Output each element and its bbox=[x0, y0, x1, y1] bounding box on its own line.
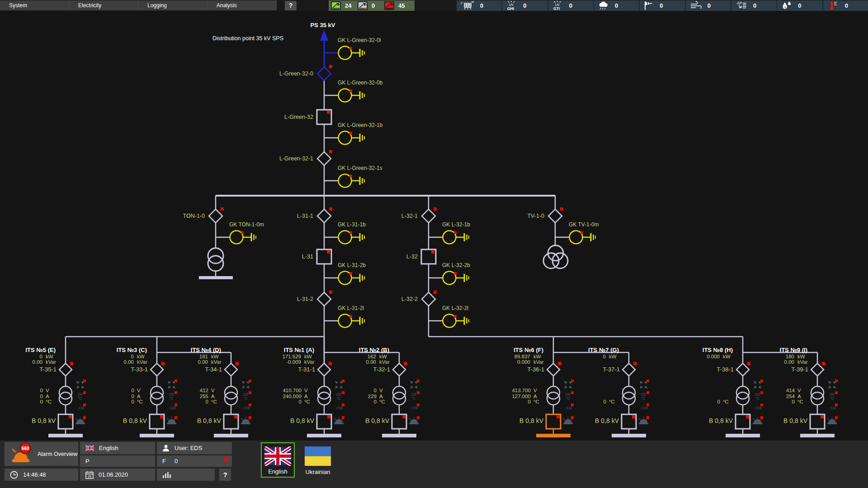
oil-temp-icon: °C bbox=[336, 396, 341, 401]
frequency-field[interactable]: F 0 bbox=[157, 455, 232, 467]
disconnector-T-32-1[interactable] bbox=[393, 363, 406, 376]
siren-icon bbox=[76, 419, 84, 423]
disconnector-T-36-1[interactable] bbox=[547, 363, 560, 376]
time-value: 14:46:48 bbox=[23, 471, 46, 478]
its-title: ITS №9 (I) bbox=[780, 347, 807, 353]
disconnector-label: L-Green-32-0 bbox=[279, 70, 313, 77]
oil-level-icon: ↓Oil bbox=[754, 405, 761, 410]
disconnector-T-34-1[interactable] bbox=[225, 363, 237, 376]
alarm-indicator bbox=[161, 362, 165, 365]
date-panel[interactable]: 28 01.06.2020 bbox=[80, 469, 155, 481]
alarm-indicator bbox=[83, 391, 86, 394]
disconnector-L-31-2[interactable] bbox=[317, 292, 331, 306]
air-pressure-icon: AP bbox=[736, 1, 747, 10]
temperature-unit: °C bbox=[533, 399, 539, 404]
current-value: 255 bbox=[200, 394, 208, 399]
fan-icon bbox=[81, 385, 84, 389]
help-button-bottom[interactable]: ? bbox=[219, 469, 231, 481]
uk-flag-icon bbox=[264, 446, 291, 466]
alarm-indicator bbox=[571, 404, 574, 406]
current-unit: A bbox=[211, 394, 215, 399]
menu-electricity[interactable]: Electricity bbox=[69, 0, 138, 10]
fan-icon bbox=[335, 385, 338, 389]
siren-icon bbox=[75, 418, 77, 420]
calendar-icon: 28 bbox=[85, 471, 94, 479]
lv-bus-bar bbox=[536, 434, 571, 437]
disconnector-L-Green-32-1[interactable] bbox=[317, 152, 331, 165]
alarm-overview-button[interactable]: 660 Alarm Overview bbox=[5, 442, 78, 466]
alarm-indicator bbox=[417, 416, 420, 419]
user-label: User: EDS bbox=[175, 445, 202, 451]
alarm-indicator bbox=[835, 391, 838, 394]
gk-label: GK L-31-2b bbox=[338, 262, 366, 268]
weather-value: 0 bbox=[708, 2, 711, 9]
disconnector-L-31-1[interactable] bbox=[317, 209, 331, 223]
disconnector-TV-1-0[interactable] bbox=[548, 209, 562, 223]
fan-icon bbox=[415, 385, 418, 389]
counter-devices-ok[interactable]: 24 bbox=[329, 1, 355, 10]
kvar-unit: kVar bbox=[137, 359, 147, 365]
substation-status-icon bbox=[358, 1, 368, 10]
gk-label: GK L-32-2b bbox=[442, 262, 470, 268]
counter-devices-alarm[interactable]: 45 bbox=[382, 1, 409, 10]
disconnector-L-Green-32-0[interactable] bbox=[317, 67, 331, 80]
disconnector-T-38-1[interactable] bbox=[736, 363, 749, 376]
menu-logging[interactable]: Logging bbox=[138, 0, 208, 10]
alarm-indicator bbox=[417, 404, 420, 406]
kvar-value: 0.00 bbox=[33, 359, 42, 365]
alarm-indicator bbox=[760, 380, 763, 382]
disconnector-T-39-1[interactable] bbox=[811, 363, 824, 376]
temperature-value: 0 bbox=[792, 399, 795, 404]
clock-panel: 14:46:48 bbox=[5, 469, 78, 481]
transformer-disconnector-label: T-36-1 bbox=[527, 366, 544, 373]
siren-icon bbox=[563, 423, 573, 424]
fan-icon bbox=[569, 385, 572, 389]
weather-value: 0 bbox=[569, 2, 572, 9]
gk-label: GK L-31-1b bbox=[338, 221, 366, 228]
gk-label: GK L-Green-32-0b bbox=[338, 80, 383, 86]
language-current-panel[interactable]: English bbox=[80, 442, 155, 454]
alarm-indicator bbox=[349, 315, 352, 318]
menu-system[interactable]: System bbox=[0, 0, 69, 10]
help-button[interactable]: ? bbox=[285, 1, 297, 10]
fan-icon bbox=[168, 381, 171, 384]
alarm-indicator bbox=[571, 416, 574, 419]
menu-analysis[interactable]: Analysis bbox=[208, 0, 277, 10]
kw-unit: kW bbox=[211, 354, 219, 359]
gk-label: GK L-32-2l bbox=[442, 305, 468, 311]
disconnector-TON-1-0[interactable] bbox=[209, 209, 222, 223]
alarm-indicator bbox=[402, 415, 406, 418]
transformer-disconnector-label: T-32-1 bbox=[373, 366, 390, 373]
alarm-indicator bbox=[349, 175, 352, 178]
disconnector-T-37-1[interactable] bbox=[623, 363, 635, 376]
temperature-unit: °C bbox=[304, 399, 310, 404]
its-title: ITS №5 (E) bbox=[26, 347, 56, 353]
disconnector-T-33-1[interactable] bbox=[151, 363, 163, 376]
alarm-indicator bbox=[417, 391, 420, 394]
alarm-indicator bbox=[329, 150, 332, 153]
wind-direction-icon bbox=[644, 1, 654, 10]
language-option-ukrainian[interactable]: Ukrainian bbox=[300, 442, 335, 478]
alarm-indicator bbox=[571, 380, 574, 382]
counter-devices-unknown[interactable]: 0 bbox=[355, 1, 382, 10]
disconnector-L-32-2[interactable] bbox=[422, 292, 435, 306]
disconnector-T-35-1[interactable] bbox=[59, 363, 72, 376]
voltage-unit: V bbox=[211, 388, 215, 393]
language-option-english[interactable]: English bbox=[261, 442, 295, 478]
kw-value: 0 bbox=[131, 354, 134, 359]
svg-text:AP: AP bbox=[737, 1, 742, 5]
p-field[interactable]: P bbox=[80, 455, 155, 467]
alarm-indicator bbox=[646, 380, 649, 382]
alarm-indicator bbox=[249, 404, 251, 406]
alarm-indicator bbox=[234, 415, 237, 418]
alarm-indicator bbox=[558, 362, 561, 365]
chart-button[interactable] bbox=[157, 469, 215, 481]
disconnector-L-32-1[interactable] bbox=[422, 209, 435, 223]
alarm-indicator bbox=[327, 111, 330, 114]
lv-bus-bar bbox=[800, 434, 835, 437]
alarm-indicator bbox=[747, 362, 750, 365]
voltage-value: 410.700 bbox=[283, 388, 302, 393]
disconnector-T-31-1[interactable] bbox=[318, 363, 330, 376]
temperature-value: 0 bbox=[40, 399, 43, 404]
fan-icon bbox=[172, 385, 175, 389]
